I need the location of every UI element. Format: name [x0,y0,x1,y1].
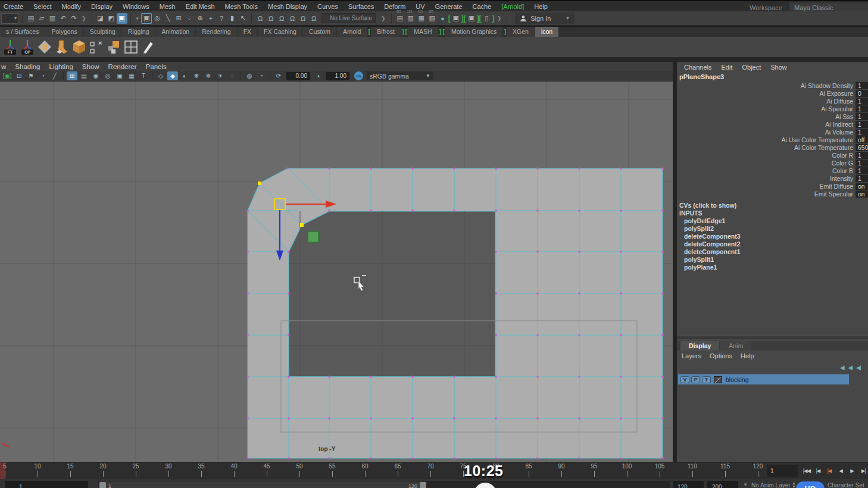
input-node-deletecomponent3[interactable]: deleteComponent3 [677,232,868,240]
layer-color-swatch[interactable] [714,376,722,383]
attribute-value-field[interactable]: 1 [855,167,868,174]
snap-viewplane-icon[interactable]: Ω [298,13,308,24]
cp-control-icon[interactable]: CP [20,39,35,55]
bend-deformer-icon[interactable] [54,39,70,55]
menu-display[interactable]: Display [91,3,113,10]
camera-attributes-icon[interactable]: ⚑ [26,71,36,80]
go-to-end-button[interactable]: ▶| [858,464,868,477]
channel-box-menu-channels[interactable]: Channels [684,64,711,71]
select-camera-icon[interactable]: [▣] [2,71,13,80]
highlight-select-icon[interactable]: ↖ [238,13,248,24]
ao-icon[interactable]: ☀ [215,71,226,80]
wireframe-icon[interactable]: ◇ [155,71,166,80]
quad-draw-icon[interactable] [140,39,156,55]
exposure-icon[interactable]: ⟳ [273,71,284,80]
panel-menu-panels[interactable]: Panels [146,63,167,70]
snap-grid-icon[interactable]: Ω [255,13,266,24]
grid-icon[interactable]: ⊞ [67,71,77,80]
play-backwards-button[interactable]: ◀ [835,464,846,477]
menu-edit-mesh[interactable]: Edit Mesh [186,3,215,10]
shelf-tab-bifrost[interactable]: Bifrost [371,27,401,37]
menu-select[interactable]: Select [33,3,52,10]
xray-icon[interactable]: ◔ [256,71,267,80]
menu-mesh-display[interactable]: Mesh Display [268,3,307,10]
shelf-tab-arnold[interactable]: Arnold [337,27,367,37]
attribute-value-field[interactable]: 1 [855,105,868,112]
select-component-icon[interactable]: ▣ [117,13,127,24]
cvs-label[interactable]: CVs (click to show) [677,201,868,209]
select-tool-icon[interactable]: ◎ [152,13,163,24]
render-current-icon[interactable]: ▥ [405,13,416,24]
shelf-tab-animation[interactable]: Animation [155,27,195,37]
soft-select-icon[interactable]: ⁘ [184,13,195,24]
help-mode-icon[interactable]: ? [216,13,227,24]
gamma-field[interactable]: 1.00 [326,72,349,80]
isolate-select-icon[interactable]: ◍ [244,71,255,80]
shelf-tab-fx[interactable]: FX [238,27,257,37]
layer-template-toggle[interactable]: T [702,376,711,383]
lock-camera-icon[interactable]: ⊡ [14,71,24,80]
attribute-value-field[interactable]: 1 [855,82,868,89]
snap-curve-icon[interactable]: Ω [266,13,276,24]
go-to-start-button[interactable]: |◀◀ [801,464,812,477]
input-node-polyplane1[interactable]: polyPlane1 [677,263,868,271]
step-back-frame-button[interactable]: |◀ [813,464,823,477]
field-chart-icon[interactable]: ▣ [114,71,125,80]
lock-icon[interactable]: ▮ [227,13,238,24]
render-settings-icon[interactable]: ▧ [427,13,438,24]
layer-move-icon-2[interactable]: ◀ [856,364,861,371]
object-mode-icon[interactable]: ▣ [141,13,152,24]
menu-generate[interactable]: Generate [435,3,463,10]
range-end-handle[interactable] [420,482,426,488]
menu-modify[interactable]: Modify [62,3,81,10]
view-transform-toggle[interactable]: ON [354,71,363,80]
current-frame-field[interactable]: 1 [767,465,798,477]
attribute-value-field[interactable]: 650 [855,144,868,151]
filter-icon[interactable]: ▼ [743,482,748,487]
exposure-field[interactable]: 0.00 [286,72,310,80]
play-forwards-button[interactable]: ▶ [847,464,857,477]
panel-splitter[interactable] [677,336,868,339]
expand-arrow-icon[interactable]: ❯ [381,15,386,21]
nurbs-circle-icon[interactable] [37,39,52,55]
input-node-deletecomponent2[interactable]: deleteComponent2 [677,240,868,248]
playback-start-field[interactable]: 1 [5,481,88,488]
display-layer-row[interactable]: V P T blocking [678,374,849,384]
input-node-polysplit2[interactable]: polySplit2 [677,224,868,232]
attribute-value-field[interactable]: off [855,136,868,143]
shelf-tab-motion-graphics[interactable]: Motion Graphics [445,27,502,37]
input-node-polysplit1[interactable]: polySplit1 [677,255,868,263]
select-hierarchy-icon[interactable]: ◪ [95,13,106,24]
panel-menu-shading[interactable]: Shading [15,63,40,70]
menu-arnold[interactable]: [Arnold] [501,3,524,10]
hd-quality-badge[interactable]: HD [796,481,825,488]
combine-icon[interactable] [106,39,121,55]
menu-curves[interactable]: Curves [317,3,338,10]
arnold-toon-icon[interactable]: ▣ [466,13,477,24]
attribute-value-field[interactable]: 1 [855,98,868,105]
shelf-tab-custom[interactable]: Custom [303,27,336,37]
channel-box-menu-edit[interactable]: Edit [721,64,732,71]
playback-end-field[interactable]: 120 [673,481,704,488]
select-object-icon[interactable]: ◩ [106,13,117,24]
expand-arrow-icon[interactable]: ❯ [497,15,502,21]
menu-mesh-tools[interactable]: Mesh Tools [225,3,258,10]
shelf-tab-rigging[interactable]: Rigging [122,27,155,37]
panel-menu-lighting[interactable]: Lighting [49,63,73,70]
object-name[interactable]: pPlaneShape3 [677,71,868,82]
lasso-tool-icon[interactable]: ╲ [163,13,173,24]
arnold-utility-icon[interactable]: ▯ [482,13,492,24]
snap-projected-icon[interactable]: Ω [287,13,298,24]
symmetry-icon[interactable]: ⊕ [195,13,205,24]
delete-history-icon[interactable]: × [89,39,104,55]
gate-mask-icon[interactable]: ◎ [102,71,113,80]
save-scene-icon[interactable]: ▥ [47,13,58,24]
menu-windows[interactable]: Windows [123,3,149,10]
attribute-value-field[interactable]: 1 [855,175,868,182]
paint-select-icon[interactable]: ⊞ [173,13,184,24]
hypershade-icon[interactable]: ● [438,13,448,24]
expand-arrow-icon[interactable]: ▾ [136,15,139,21]
open-scene-icon[interactable]: ▱ [36,13,47,24]
menu-surfaces[interactable]: Surfaces [348,3,374,10]
colorspace-dropdown[interactable]: sRGB gamma ▼ [367,71,433,80]
